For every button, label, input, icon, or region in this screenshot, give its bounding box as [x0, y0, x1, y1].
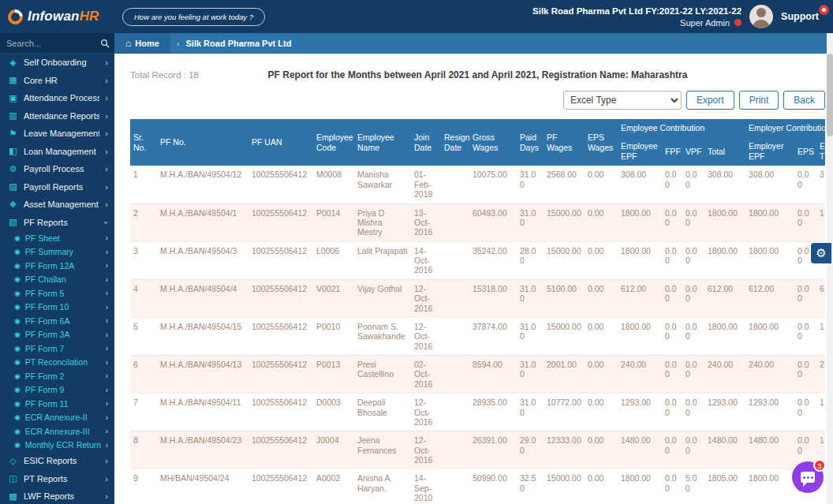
- cell-clipped: 1: [816, 317, 825, 355]
- sidebar-item[interactable]: ◇ ESIC Reports ›: [0, 452, 114, 470]
- chevron-down-icon: ›: [102, 221, 111, 224]
- sidebar-item-label: Payroll Reports: [24, 182, 99, 192]
- sidebar-item-label: Leave Management: [24, 129, 99, 138]
- sidebar-item[interactable]: ◈ Self Onboarding ›: [0, 54, 114, 72]
- chevron-right-icon: ›: [106, 386, 108, 394]
- cell-fpf: 0.00: [662, 203, 682, 241]
- breadcrumb-home[interactable]: ⌂ Home: [114, 33, 170, 54]
- cell-employee-total: 308.00: [704, 166, 745, 203]
- pf-submenu-item[interactable]: ◉ PF Form 2 ›: [0, 369, 114, 383]
- cell-employee-name: Deepali Bhosale: [354, 394, 411, 431]
- avatar-head-shape: [756, 8, 766, 17]
- cell-resign-date: [441, 469, 469, 504]
- sidebar-item[interactable]: ▩ LWF Reports ›: [0, 487, 114, 504]
- cell-fpf: 0.00: [662, 279, 682, 317]
- bullet-icon: ◉: [14, 234, 21, 242]
- cell-employer-epf: 1480.00: [745, 431, 794, 469]
- pf-submenu-item[interactable]: ◉ PF Challan ›: [0, 273, 114, 287]
- settings-gear-button[interactable]: ⚙: [811, 243, 831, 263]
- pf-reports-submenu: ◉ PF Sheet › ◉ PF Summary › ◉ PF Form 12…: [0, 231, 114, 452]
- app-logo[interactable]: InfowanHR: [0, 9, 114, 24]
- chevron-right-icon: ›: [106, 303, 108, 312]
- back-button[interactable]: Back: [783, 91, 825, 110]
- main-area: ⌂ Home › Silk Road Pharma Pvt Ltd Total …: [114, 33, 833, 504]
- pf-submenu-item[interactable]: ◉ PF Form 5 ›: [0, 286, 114, 301]
- pf-submenu-item[interactable]: ◉ PF Form 11 ›: [0, 397, 114, 411]
- cell-gross-wages: 50990.00: [469, 469, 517, 504]
- pf-submenu-item[interactable]: ◉ ECR Annexure-II ›: [0, 411, 114, 425]
- cell-sr-no: 5: [130, 317, 157, 355]
- cell-pf-uan: 100255506412: [248, 317, 313, 355]
- sidebar-item[interactable]: ◫ PT Reports ›: [0, 470, 114, 488]
- export-button[interactable]: Export: [686, 91, 734, 110]
- sidebar-item[interactable]: ▥ Attendance Reports ›: [0, 107, 114, 125]
- pf-submenu-item-label: PF Form 10: [25, 302, 101, 312]
- sidebar-item[interactable]: ⚑ Leave Management ›: [0, 125, 114, 143]
- print-button[interactable]: Print: [739, 91, 779, 110]
- sidebar-search-input[interactable]: [0, 33, 114, 53]
- cell-employer-epf: 1800.00: [745, 317, 794, 355]
- pf-submenu-item[interactable]: ◉ Monthly ECR Return ›: [0, 439, 114, 453]
- pf-submenu-item[interactable]: ◉ PF Form 10 ›: [0, 301, 114, 315]
- sidebar-menu: ◈ Self Onboarding › ▦ Core HR › ▣ Attend…: [0, 54, 114, 504]
- sidebar-item-label: ESIC Reports: [24, 456, 99, 465]
- notification-dot-icon: [734, 19, 741, 26]
- cell-clipped: 1: [816, 394, 825, 431]
- cell-employee-name: Poonam S. Sawakhande: [354, 317, 411, 355]
- sidebar-item-pf-reports[interactable]: ▧ PF Reports ›: [0, 214, 114, 232]
- bullet-icon: ◉: [14, 345, 21, 353]
- cell-join-date: 12-Oct-2016: [411, 317, 441, 355]
- cell-sr-no: 6: [130, 356, 157, 394]
- cell-pf-uan: 100255506412: [248, 469, 313, 504]
- cell-pf-no: M.H.A./BAN/49504/13: [157, 356, 248, 394]
- cell-employee-epf: 1800.00: [618, 469, 662, 504]
- pf-submenu-item-label: PF Form 2: [25, 371, 101, 381]
- cell-eps-wages: 0.00: [585, 317, 618, 355]
- cell-pf-wages: 15000.00: [544, 203, 585, 241]
- cell-gross-wages: 37874.00: [469, 317, 517, 355]
- sidebar-item[interactable]: ▦ Core HR ›: [0, 72, 114, 90]
- cell-sr-no: 7: [130, 394, 157, 431]
- cell-employee-epf: 1800.00: [618, 317, 662, 355]
- pf-submenu-item[interactable]: ◉ PT Reconcilation ›: [0, 356, 114, 370]
- cell-employer-epf: 612.00: [745, 279, 794, 317]
- support-button[interactable]: Support: [781, 11, 822, 22]
- cell-employee-total: 1805.00: [704, 469, 745, 504]
- pf-submenu-item[interactable]: ◉ ECR Annexure-III ›: [0, 424, 114, 439]
- bullet-icon: ◉: [14, 400, 21, 408]
- chevron-right-icon: ›: [105, 474, 108, 483]
- cell-vpf: 0.00: [682, 317, 704, 355]
- sidebar-item[interactable]: ◧ Loan Management ›: [0, 143, 114, 161]
- cell-pf-wages: 2568.00: [544, 166, 585, 203]
- cell-fpf: 0.00: [662, 356, 682, 394]
- pf-submenu-item[interactable]: ◉ PF Form 7 ›: [0, 342, 114, 356]
- cell-pf-uan: 100255506412: [248, 279, 313, 317]
- pf-submenu-item[interactable]: ◉ PF Form 3A ›: [0, 328, 114, 342]
- cell-pf-uan: 100255506412: [248, 241, 313, 279]
- pf-submenu-item[interactable]: ◉ PF Summary ›: [0, 245, 114, 259]
- sidebar-item[interactable]: ▨ Payroll Reports ›: [0, 178, 114, 196]
- pf-submenu-item[interactable]: ◉ PF Form 9 ›: [0, 383, 114, 398]
- sidebar-item[interactable]: ⚙ Payroll Process ›: [0, 160, 114, 178]
- pf-submenu-item[interactable]: ◉ PF Form 12A ›: [0, 259, 114, 273]
- table-row: 8 M.H.A./BAN/49504/23 100255506412 J0004…: [130, 431, 825, 469]
- scrollbar-thumb[interactable]: [827, 54, 833, 136]
- chevron-right-icon: ›: [105, 58, 108, 67]
- bullet-icon: ◉: [14, 248, 21, 256]
- user-avatar[interactable]: [749, 5, 773, 28]
- pf-submenu-item-label: ECR Annexure-II: [25, 413, 101, 422]
- cell-resign-date: [441, 431, 469, 469]
- cell-fpf: 0.00: [662, 166, 682, 203]
- pf-submenu-item[interactable]: ◉ PF Sheet ›: [0, 231, 114, 245]
- cell-pf-no: M.H.A./BAN/49504/23: [157, 431, 248, 469]
- sidebar-item[interactable]: ▣ Attendance Process ›: [0, 89, 114, 107]
- chevron-right-icon: ›: [106, 261, 108, 270]
- chat-widget-button[interactable]: 3: [792, 461, 824, 493]
- cell-employee-code: M0008: [313, 166, 354, 203]
- mood-prompt-badge[interactable]: How are you feeling at work today ?: [122, 8, 265, 26]
- cell-paid-days: 31.00: [517, 279, 544, 317]
- excel-type-select[interactable]: Excel Type: [563, 91, 682, 110]
- pf-submenu-item[interactable]: ◉ PF Form 6A ›: [0, 314, 114, 328]
- sidebar-item[interactable]: ❖ Asset Management ›: [0, 196, 114, 214]
- cell-pf-wages: 2001.00: [544, 356, 585, 394]
